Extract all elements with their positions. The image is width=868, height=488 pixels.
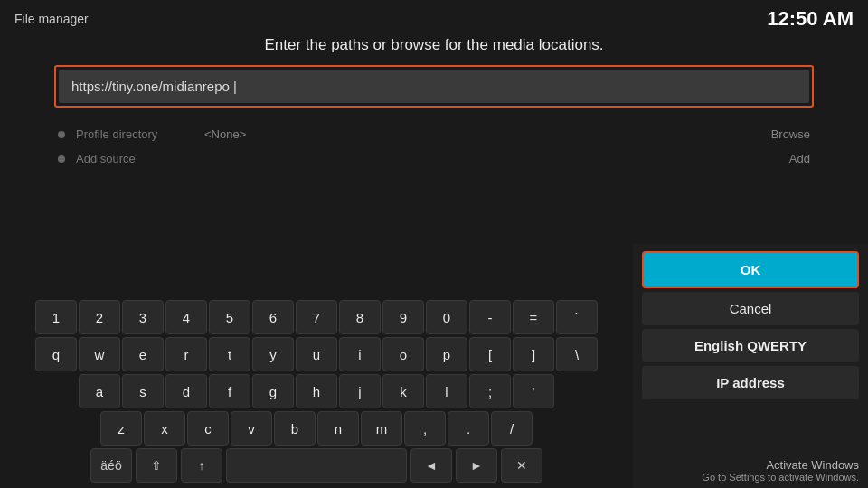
profile-directory-value: <None> (204, 127, 760, 141)
kb-row-numbers: 1 2 3 4 5 6 7 8 9 0 - = ` (0, 300, 633, 334)
url-input-wrapper (54, 65, 814, 108)
key-0[interactable]: 0 (426, 300, 467, 334)
key-minus[interactable]: - (469, 300, 511, 334)
key-h[interactable]: h (296, 374, 337, 408)
key-g[interactable]: g (252, 374, 294, 408)
key-k[interactable]: k (382, 374, 424, 408)
key-right-arrow[interactable]: ► (456, 448, 497, 483)
key-backspace[interactable]: ✕ (501, 448, 542, 483)
key-special-chars[interactable]: äéö (90, 448, 132, 483)
add-source-label: Add source (76, 152, 193, 165)
key-y[interactable]: y (252, 337, 294, 371)
key-1[interactable]: 1 (35, 300, 77, 334)
key-period[interactable]: . (448, 411, 489, 446)
add-button[interactable]: Add (789, 152, 810, 165)
activate-windows-title: Activate Windows (702, 458, 859, 472)
key-f[interactable]: f (209, 374, 250, 408)
key-shift-lock[interactable]: ⇧ (136, 448, 177, 483)
activate-windows-subtitle: Go to Settings to activate Windows. (702, 472, 859, 483)
key-s[interactable]: s (122, 374, 164, 408)
key-d[interactable]: d (165, 374, 207, 408)
key-m[interactable]: m (361, 411, 402, 446)
key-p[interactable]: p (426, 337, 467, 371)
row-icon (58, 131, 65, 138)
key-backslash[interactable]: \ (556, 337, 598, 371)
key-l[interactable]: l (426, 374, 467, 408)
key-o[interactable]: o (382, 337, 424, 371)
key-rbracket[interactable]: ] (513, 337, 554, 371)
key-9[interactable]: 9 (382, 300, 424, 334)
language-button[interactable]: English QWERTY (642, 329, 859, 362)
key-6[interactable]: 6 (252, 300, 294, 334)
kb-row-qwerty: q w e r t y u i o p [ ] \ (0, 337, 633, 371)
ok-button[interactable]: OK (642, 251, 859, 288)
keyboard: 1 2 3 4 5 6 7 8 9 0 - = ` q w e r t y u … (0, 244, 633, 488)
profile-directory-row: Profile directory <None> Browse (54, 122, 814, 146)
key-c[interactable]: c (187, 411, 229, 446)
key-4[interactable]: 4 (165, 300, 207, 334)
key-t[interactable]: t (209, 337, 250, 371)
activate-windows-notice: Activate Windows Go to Settings to activ… (702, 458, 859, 483)
browse-button[interactable]: Browse (771, 127, 810, 141)
key-x[interactable]: x (144, 411, 185, 446)
key-comma[interactable]: , (404, 411, 446, 446)
key-quote[interactable]: ' (513, 374, 554, 408)
kb-row-asdf: a s d f g h j k l ; ' (0, 374, 633, 408)
key-v[interactable]: v (231, 411, 272, 446)
ip-address-button[interactable]: IP address (642, 366, 859, 399)
right-panel: OK Cancel English QWERTY IP address (633, 244, 868, 488)
kb-row-zxcv: z x c v b n m , . / (0, 411, 633, 446)
key-e[interactable]: e (122, 337, 164, 371)
kb-row-bottom: äéö ⇧ ↑ ◄ ► ✕ (0, 448, 633, 483)
key-j[interactable]: j (339, 374, 381, 408)
key-space[interactable] (226, 448, 407, 483)
key-b[interactable]: b (274, 411, 316, 446)
key-semicolon[interactable]: ; (469, 374, 511, 408)
dialog-instruction: Enter the paths or browse for the media … (0, 31, 868, 60)
cancel-button[interactable]: Cancel (642, 292, 859, 325)
key-2[interactable]: 2 (79, 300, 120, 334)
key-left-arrow[interactable]: ◄ (410, 448, 452, 483)
key-equals[interactable]: = (513, 300, 554, 334)
key-3[interactable]: 3 (122, 300, 164, 334)
key-z[interactable]: z (100, 411, 142, 446)
key-slash[interactable]: / (491, 411, 533, 446)
app-title: File manager (14, 12, 89, 26)
clock: 12:50 AM (767, 7, 854, 31)
key-a[interactable]: a (79, 374, 120, 408)
key-7[interactable]: 7 (296, 300, 337, 334)
url-input[interactable] (59, 70, 809, 103)
key-q[interactable]: q (35, 337, 77, 371)
key-u[interactable]: u (296, 337, 337, 371)
key-caps[interactable]: ↑ (181, 448, 222, 483)
key-n[interactable]: n (317, 411, 359, 446)
row-icon (58, 155, 65, 163)
fm-rows: Profile directory <None> Browse Add sour… (54, 122, 814, 171)
key-backtick[interactable]: ` (556, 300, 598, 334)
key-lbracket[interactable]: [ (469, 337, 511, 371)
profile-directory-label: Profile directory (76, 127, 193, 141)
key-w[interactable]: w (79, 337, 120, 371)
key-8[interactable]: 8 (339, 300, 381, 334)
key-5[interactable]: 5 (209, 300, 250, 334)
add-source-row: Add source Add (54, 146, 814, 171)
key-r[interactable]: r (165, 337, 207, 371)
key-i[interactable]: i (339, 337, 381, 371)
